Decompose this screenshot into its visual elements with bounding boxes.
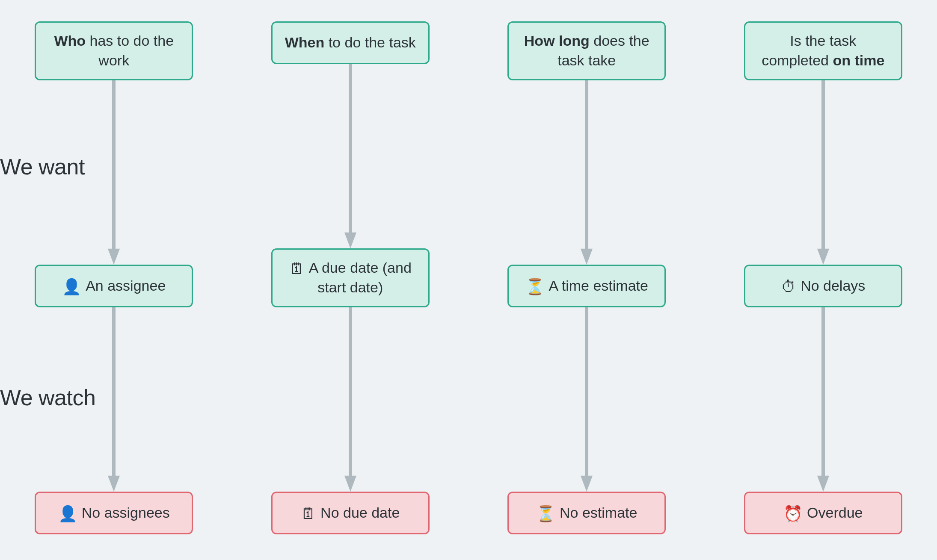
question-box-who: Who has to do the work bbox=[35, 21, 193, 80]
want-text: A due date (and start date) bbox=[309, 259, 412, 295]
want-box-assignee: 👤An assignee bbox=[35, 265, 193, 307]
diagram-canvas: We want We watch Who has to do the work … bbox=[0, 0, 937, 560]
watch-text: Overdue bbox=[807, 504, 863, 521]
arrow-icon bbox=[731, 80, 916, 265]
want-text: No delays bbox=[801, 277, 865, 294]
hourglass-icon: ⏳ bbox=[536, 506, 555, 522]
alarm-clock-icon: ⏰ bbox=[783, 506, 803, 522]
arrow-icon bbox=[494, 307, 679, 492]
want-text: An assignee bbox=[86, 277, 166, 294]
watch-box-no-assignees: 👤No assignees bbox=[35, 492, 193, 534]
svg-marker-13 bbox=[817, 249, 829, 265]
svg-marker-15 bbox=[817, 476, 829, 492]
want-box-due-date: 🗓A due date (and start date) bbox=[271, 248, 430, 307]
calendar-icon: 🗓 bbox=[289, 261, 305, 277]
column-on-time: Is the task completed on time ⏱No delays… bbox=[731, 21, 916, 534]
question-text: When to do the task bbox=[285, 33, 416, 53]
want-box-time-estimate: ⏳A time estimate bbox=[507, 265, 666, 307]
svg-marker-3 bbox=[108, 476, 120, 492]
watch-text: No assignees bbox=[82, 504, 170, 521]
want-box-no-delays: ⏱No delays bbox=[744, 265, 902, 307]
arrow-icon bbox=[21, 307, 207, 492]
question-text: Is the task completed on time bbox=[757, 31, 889, 71]
watch-text: No due date bbox=[320, 504, 400, 521]
arrow-icon bbox=[494, 80, 679, 265]
question-text: Who has to do the work bbox=[48, 31, 180, 71]
svg-marker-5 bbox=[344, 233, 356, 248]
question-text: How long does the task take bbox=[521, 31, 652, 71]
question-box-on-time: Is the task completed on time bbox=[744, 21, 902, 80]
hourglass-icon: ⏳ bbox=[525, 279, 545, 295]
watch-box-overdue: ⏰Overdue bbox=[744, 492, 902, 534]
want-text: A time estimate bbox=[549, 277, 648, 294]
question-box-when: When to do the task bbox=[271, 21, 430, 64]
svg-marker-1 bbox=[108, 249, 120, 265]
watch-box-no-due-date: 🗓No due date bbox=[271, 492, 430, 534]
watch-text: No estimate bbox=[560, 504, 637, 521]
person-icon: 👤 bbox=[62, 279, 81, 295]
stopwatch-icon: ⏱ bbox=[781, 279, 796, 295]
question-box-how-long: How long does the task take bbox=[507, 21, 666, 80]
watch-box-no-estimate: ⏳No estimate bbox=[507, 492, 666, 534]
column-when: When to do the task 🗓A due date (and sta… bbox=[258, 21, 443, 534]
person-icon: 👤 bbox=[58, 506, 77, 522]
arrow-icon bbox=[258, 64, 443, 248]
arrow-icon bbox=[258, 307, 443, 492]
arrow-icon bbox=[21, 80, 207, 265]
arrow-icon bbox=[731, 307, 916, 492]
column-who: Who has to do the work 👤An assignee 👤No … bbox=[21, 21, 207, 534]
calendar-icon: 🗓 bbox=[301, 506, 316, 522]
column-how-long: How long does the task take ⏳A time esti… bbox=[494, 21, 679, 534]
svg-marker-11 bbox=[581, 476, 593, 492]
diagram-grid: Who has to do the work 👤An assignee 👤No … bbox=[21, 21, 916, 534]
svg-marker-9 bbox=[581, 249, 593, 265]
svg-marker-7 bbox=[344, 476, 356, 492]
